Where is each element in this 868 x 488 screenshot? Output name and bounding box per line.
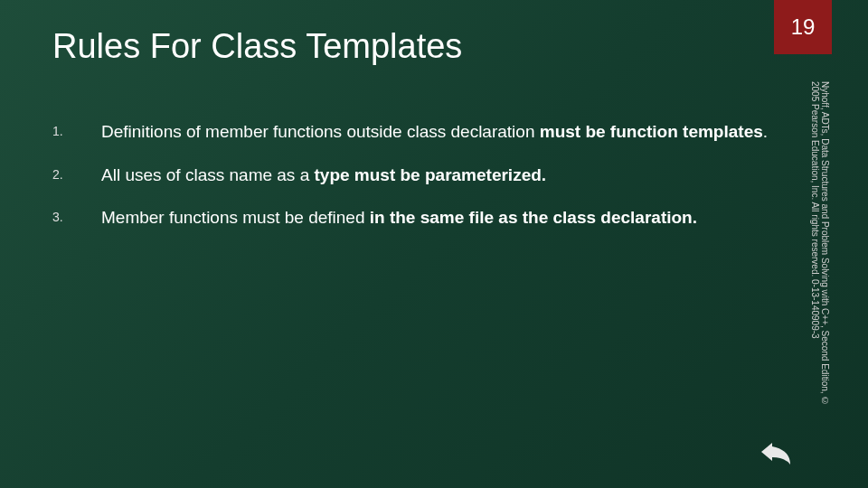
- page-number-badge: 19: [774, 0, 832, 54]
- citation-sidebar: Nyhoff, ADTs, Data Structures and Proble…: [797, 81, 830, 416]
- list-item: 1. Definitions of member functions outsi…: [52, 120, 769, 144]
- item-text-plain: Member functions must be defined: [101, 208, 370, 227]
- item-text-bold: must be function templates: [540, 122, 763, 141]
- return-icon[interactable]: [760, 443, 796, 470]
- rules-list: 1. Definitions of member functions outsi…: [52, 120, 769, 230]
- item-number: 2.: [52, 164, 101, 187]
- item-number: 1.: [52, 120, 101, 144]
- slide-content: 1. Definitions of member functions outsi…: [0, 66, 868, 230]
- item-number: 3.: [52, 206, 101, 230]
- item-text-plain: Definitions of member functions outside …: [101, 122, 540, 141]
- item-text: All uses of class name as a type must be…: [101, 164, 546, 187]
- item-text-bold: in the same file as the class declaratio…: [370, 208, 697, 227]
- list-item: 2. All uses of class name as a type must…: [52, 164, 769, 187]
- slide-header: Rules For Class Templates 19: [0, 0, 868, 66]
- page-number: 19: [791, 14, 816, 40]
- item-text-tail: .: [763, 122, 768, 141]
- item-text-bold: type must be parameterized.: [315, 165, 547, 184]
- item-text: Member functions must be defined in the …: [101, 206, 697, 230]
- item-text-plain: All uses of class name as a: [101, 165, 315, 184]
- slide-title: Rules For Class Templates: [52, 27, 774, 66]
- list-item: 3. Member functions must be defined in t…: [52, 206, 769, 230]
- item-text: Definitions of member functions outside …: [101, 120, 768, 144]
